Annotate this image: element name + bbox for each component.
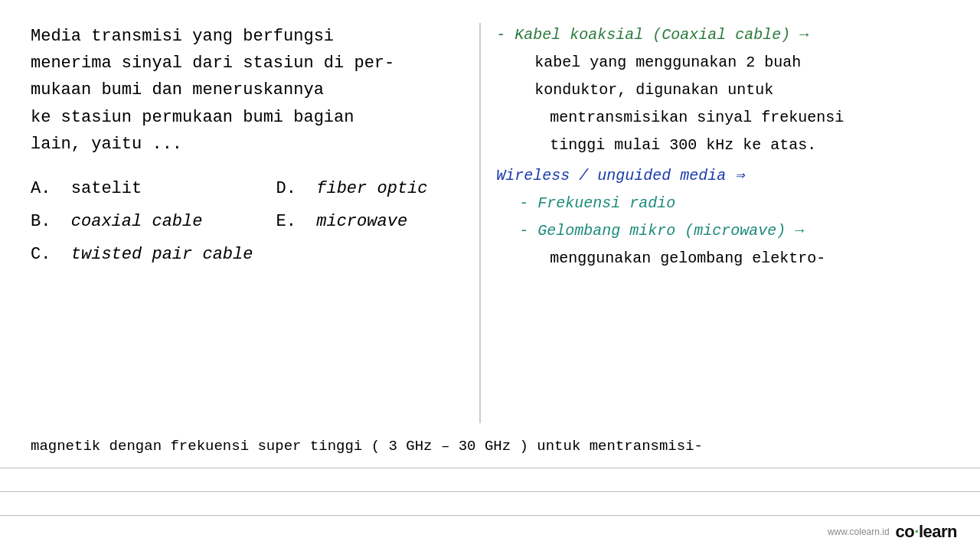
brand-co: co (896, 522, 915, 541)
radio-label-line: - Frekuensi radio (519, 191, 949, 216)
wireless-label-line: Wireless / unguided media ⇒ (496, 164, 949, 188)
coaxial-desc3-line: mentransmisikan sinyal frekuensi (550, 106, 949, 130)
bottom-dividers (0, 457, 980, 516)
left-section: Media transmisi yang berfungsi menerima … (31, 23, 464, 423)
wireless-label: Wireless / unguided media ⇒ (496, 164, 744, 188)
divider-2 (0, 491, 980, 492)
options-col-right: D. fiber optic E. microwave (276, 179, 427, 264)
option-c: C. twisted pair cable (31, 245, 253, 264)
divider-1 (0, 468, 980, 468)
microwave-desc1: menggunakan gelombang elektro- (550, 246, 825, 271)
brand-learn: learn (919, 522, 957, 541)
microwave-label: - Gelombang mikro (microwave) → (519, 219, 804, 243)
coaxial-desc1-line: kabel yang menggunakan 2 buah (534, 51, 949, 75)
radio-label: - Frekuensi radio (519, 191, 675, 216)
microwave-label-line: - Gelombang mikro (microwave) → (519, 219, 949, 243)
coaxial-desc2: konduktor, digunakan untuk (534, 78, 773, 103)
options-container: A. satelit B. coaxial cable C. twisted p… (31, 179, 464, 264)
content-area: Media transmisi yang berfungsi menerima … (0, 0, 980, 431)
coaxial-desc4-line: tinggi mulai 300 kHz ke atas. (550, 133, 949, 158)
main-container: Media transmisi yang berfungsi menerima … (0, 0, 980, 551)
coaxial-desc3: mentransmisikan sinyal frekuensi (550, 106, 844, 130)
footer: www.colearn.id co·learn (0, 516, 980, 551)
option-d: D. fiber optic (276, 179, 427, 198)
microwave-desc1-line: menggunakan gelombang elektro- (550, 246, 949, 271)
options-col-left: A. satelit B. coaxial cable C. twisted p… (31, 179, 253, 264)
question-line3: mukaan bumi dan meneruskannya (31, 80, 324, 99)
coaxial-desc1: kabel yang menggunakan 2 buah (534, 51, 801, 75)
bottom-text: magnetik dengan frekuensi super tinggi (… (0, 435, 980, 458)
question-line4: ke stasiun permukaan bumi bagian (31, 108, 354, 127)
option-b: B. coaxial cable (31, 212, 253, 231)
coaxial-desc4: tinggi mulai 300 kHz ke atas. (550, 133, 816, 158)
question-text: Media transmisi yang berfungsi menerima … (31, 23, 464, 158)
right-section: - Kabel koaksial (Coaxial cable) → kabel… (479, 23, 949, 423)
question-line1: Media transmisi yang berfungsi (31, 27, 334, 46)
coaxial-label-line: - Kabel koaksial (Coaxial cable) → (496, 23, 949, 47)
coaxial-label: - Kabel koaksial (Coaxial cable) → (496, 23, 808, 47)
option-e: E. microwave (276, 212, 427, 231)
coaxial-desc2-line: konduktor, digunakan untuk (534, 78, 949, 103)
option-a: A. satelit (31, 179, 253, 198)
question-line2: menerima sinyal dari stasiun di per- (31, 54, 394, 73)
footer-brand: co·learn (896, 522, 957, 542)
question-line5: lain, yaitu ... (31, 135, 182, 154)
footer-site: www.colearn.id (828, 527, 890, 537)
